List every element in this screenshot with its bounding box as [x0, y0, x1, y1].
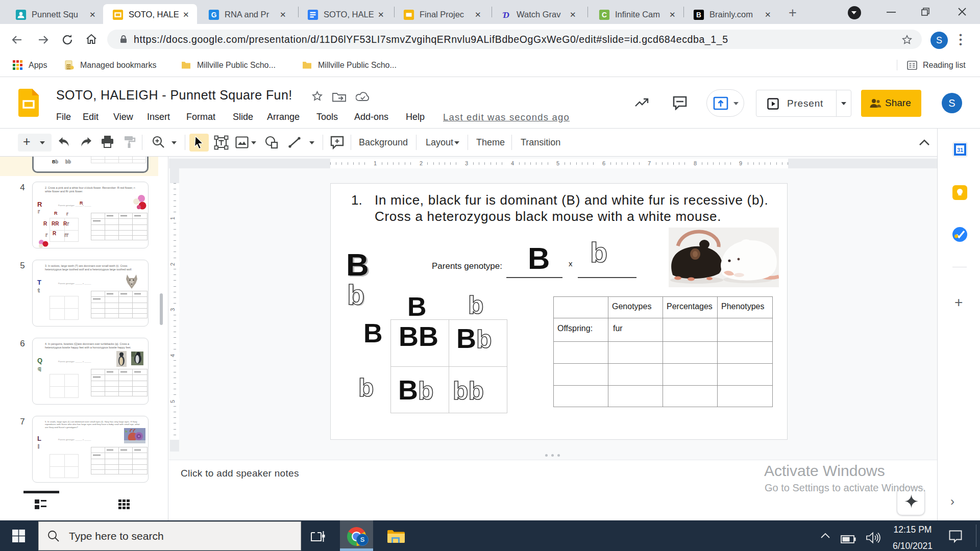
svg-text:C: C — [602, 11, 607, 19]
svg-text:31: 31 — [957, 147, 963, 153]
svg-text:Ɗ: Ɗ — [502, 9, 509, 19]
svg-text:G: G — [211, 11, 217, 19]
svg-text:B: B — [696, 11, 701, 19]
